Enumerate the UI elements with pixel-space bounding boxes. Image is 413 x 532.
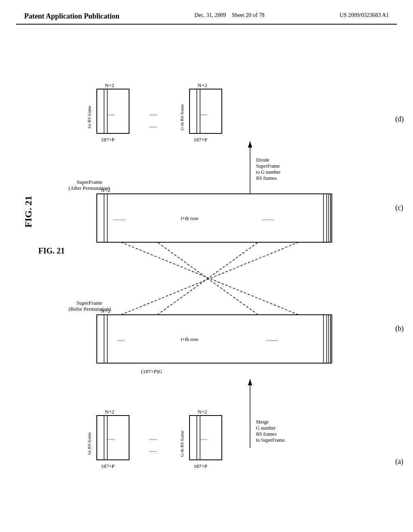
b-row-label: i+th row	[181, 336, 199, 342]
main-svg: (a) N+2 ...... 1st RS frame 187+P ......…	[16, 29, 413, 512]
c-divide-text4: RS frames.	[256, 175, 277, 181]
a-merge-text2: G number	[256, 425, 275, 431]
header-sheet: Sheet 20 of 78	[232, 12, 265, 18]
b-frame-box	[97, 315, 331, 363]
c-dots-right: .........	[262, 215, 274, 221]
a-frame1-bottom: 187+P	[101, 463, 115, 469]
label-d: (d)	[395, 115, 404, 123]
d-frame2-label: G-th RS frame	[179, 104, 184, 131]
c-divide-text1: Divide	[256, 157, 269, 163]
label-a: (a)	[395, 457, 403, 466]
diagram-area: FIG. 21 (a) N+2 ...... 1st RS frame 187+…	[16, 29, 397, 512]
a-merge-text1: Merge	[256, 419, 269, 425]
b-frame-top: N+2	[101, 308, 110, 314]
c-row-label: i+th row	[181, 215, 199, 221]
a-frame1-dots: ......	[107, 435, 115, 441]
a-dots-between2: ......	[149, 447, 157, 453]
b-bottom-label: (187+P)G	[141, 368, 162, 374]
c-frame-right-divider	[323, 194, 327, 242]
a-frame2-dots: ......	[200, 435, 208, 441]
header-right: US 2009/0323683 A1	[340, 12, 389, 19]
page: Patent Application Publication Dec. 31, …	[0, 0, 413, 532]
b-frame-right-divider	[323, 315, 327, 363]
d-frame2-top: N+2	[198, 82, 207, 88]
a-merge-text4: to SuperFrame.	[256, 437, 286, 443]
c-divide-text3: to G number	[256, 169, 281, 175]
label-c: (c)	[395, 204, 403, 212]
a-frame2-label: G-th RS frame	[179, 431, 184, 457]
c-frame-box	[97, 194, 331, 242]
a-frame2-top: N+2	[198, 409, 207, 415]
header-date: Dec. 31, 2009	[194, 12, 226, 18]
b-dots-right: .........	[266, 336, 278, 342]
b-dots-left: ......	[117, 336, 125, 342]
c-frame-top: N+2	[101, 187, 110, 193]
a-merge-text3: RS frames	[256, 431, 277, 437]
a-frame1-label: 1st RS frame	[87, 432, 92, 455]
header-center: Dec. 31, 2009 Sheet 20 of 78	[194, 12, 265, 19]
d-frame1-top: N+2	[105, 82, 114, 88]
header: Patent Application Publication Dec. 31, …	[16, 8, 397, 25]
header-left: Patent Application Publication	[24, 12, 119, 21]
fig-21-label: FIG. 21	[38, 246, 65, 256]
d-frame1-bottom: 187+P	[101, 137, 115, 143]
d-frame1-label: 1st RS frame	[87, 106, 92, 129]
c-dots-left: ..........	[113, 215, 126, 221]
b-title1: SuperFrame	[77, 300, 102, 306]
d-dots-between: ......	[149, 110, 157, 116]
d-dots-between2: ......	[149, 123, 157, 129]
c-title1: SuperFrame	[77, 179, 102, 185]
d-frame2-dots: ......	[200, 110, 208, 116]
b-frame-left-divider	[104, 315, 107, 363]
c-frame-left-divider	[104, 194, 107, 242]
a-frame1-top: N+2	[105, 409, 114, 415]
label-b: (b)	[395, 324, 404, 333]
c-divide-text2: SuperFrame	[256, 163, 280, 169]
d-frame1-dots: ......	[107, 110, 115, 116]
a-dots-between: ......	[149, 435, 157, 441]
a-frame2-bottom: 187+P	[194, 463, 207, 469]
d-frame2-bottom: 187+P	[194, 137, 207, 143]
